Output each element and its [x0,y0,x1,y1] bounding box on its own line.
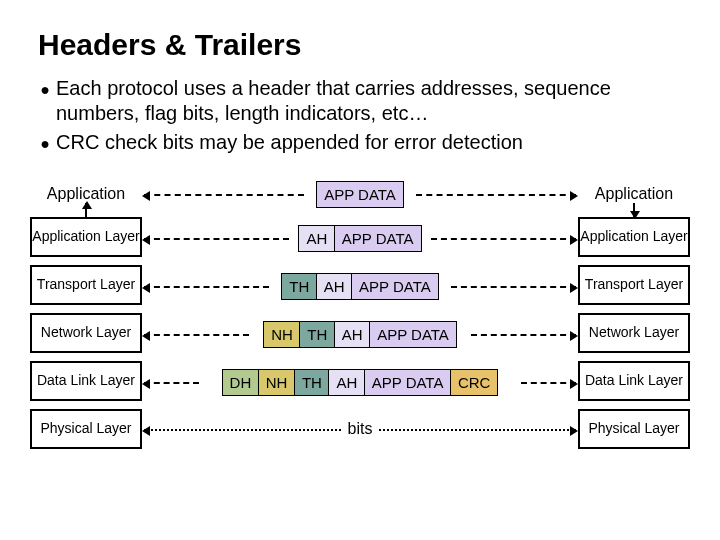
receiver-stack: Application Layer Transport Layer Networ… [578,217,690,457]
pdu-row-4: DH NH TH AH APP DATA CRC [152,369,568,396]
seg-appdata: APP DATA [351,273,439,300]
bullet-dot: ● [34,130,56,154]
arrow-down [633,203,635,217]
seg-ah: AH [298,225,335,252]
layer-box: Physical Layer [578,409,690,449]
dashed-arrow [144,334,249,336]
dashed-arrow [431,238,576,240]
seg-nh: NH [263,321,301,348]
seg-ah: AH [316,273,353,300]
dashed-arrow [451,286,576,288]
layer-box: Data Link Layer [578,361,690,401]
dashed-arrow [144,238,289,240]
arrow-up [85,203,87,217]
layer-box: Application Layer [578,217,690,257]
layer-box: Data Link Layer [30,361,142,401]
seg-appdata: APP DATA [369,321,457,348]
dashed-arrow [144,194,304,196]
dashed-arrow [471,334,576,336]
layer-box: Transport Layer [30,265,142,305]
seg-appdata: APP DATA [334,225,422,252]
bullet-text: CRC check bits may be appended for error… [56,130,690,155]
receiver-app-label: Application [578,185,690,203]
seg-nh: NH [258,369,296,396]
seg-th: TH [281,273,317,300]
slide-title: Headers & Trailers [38,28,690,62]
seg-th: TH [299,321,335,348]
seg-appdata: APP DATA [364,369,452,396]
bits-line: bits [144,429,576,431]
seg-th: TH [294,369,330,396]
dashed-arrow [144,382,199,384]
bullet-dot: ● [34,76,56,100]
encapsulation-diagram: Application Application Application Laye… [30,169,690,499]
layer-box: Network Layer [30,313,142,353]
layer-box: Application Layer [30,217,142,257]
seg-ah: AH [328,369,365,396]
dashed-arrow [144,286,269,288]
layer-box: Physical Layer [30,409,142,449]
layer-box: Network Layer [578,313,690,353]
dashed-arrow [416,194,576,196]
sender-stack: Application Layer Transport Layer Networ… [30,217,142,457]
bullet-list: ● Each protocol uses a header that carri… [34,76,690,155]
bits-label: bits [342,420,379,438]
seg-appdata: APP DATA [316,181,404,208]
seg-dh: DH [222,369,260,396]
dashed-arrow [521,382,576,384]
seg-ah: AH [334,321,371,348]
bullet-text: Each protocol uses a header that carries… [56,76,690,126]
seg-crc: CRC [450,369,499,396]
layer-box: Transport Layer [578,265,690,305]
